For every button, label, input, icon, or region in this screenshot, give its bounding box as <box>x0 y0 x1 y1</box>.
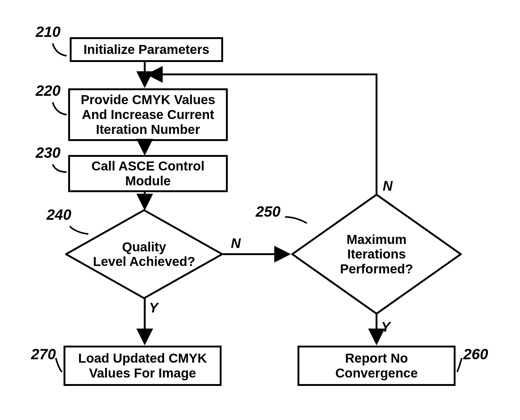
node-max-iterations: MaximumIterationsPerformed? <box>291 194 462 315</box>
node-text: MaximumIterationsPerformed? <box>340 232 413 276</box>
label-quality-no: N <box>231 236 241 251</box>
node-text: Provide CMYK ValuesAnd Increase CurrentI… <box>81 92 215 137</box>
node-text: Initialize Parameters <box>83 42 209 57</box>
node-call-asce: Call ASCE ControlModule <box>68 155 228 192</box>
ref-260: 260 <box>463 346 488 363</box>
ref-210: 210 <box>36 23 60 40</box>
node-text: Call ASCE ControlModule <box>91 159 205 189</box>
node-text: Load Updated CMYKValues For Image <box>78 351 207 381</box>
flowchart: 210 220 230 240 250 260 270 Initialize P… <box>0 0 520 420</box>
label-quality-yes: Y <box>149 300 158 316</box>
node-text: Report NoConvergence <box>335 351 418 381</box>
node-initialize-parameters: Initialize Parameters <box>70 37 223 62</box>
node-report-no-convergence: Report NoConvergence <box>297 346 456 386</box>
label-max-yes: Y <box>381 319 390 335</box>
ref-220: 220 <box>36 82 60 99</box>
node-provide-cmyk: Provide CMYK ValuesAnd Increase CurrentI… <box>68 88 228 141</box>
ref-270: 270 <box>31 346 56 363</box>
ref-250: 250 <box>256 203 280 220</box>
node-load-updated-cmyk: Load Updated CMYKValues For Image <box>64 346 222 386</box>
label-max-no: N <box>383 178 393 194</box>
ref-230: 230 <box>36 144 60 161</box>
node-text: QualityLevel Achieved? <box>93 240 195 269</box>
node-quality-level: QualityLevel Achieved? <box>65 209 223 299</box>
